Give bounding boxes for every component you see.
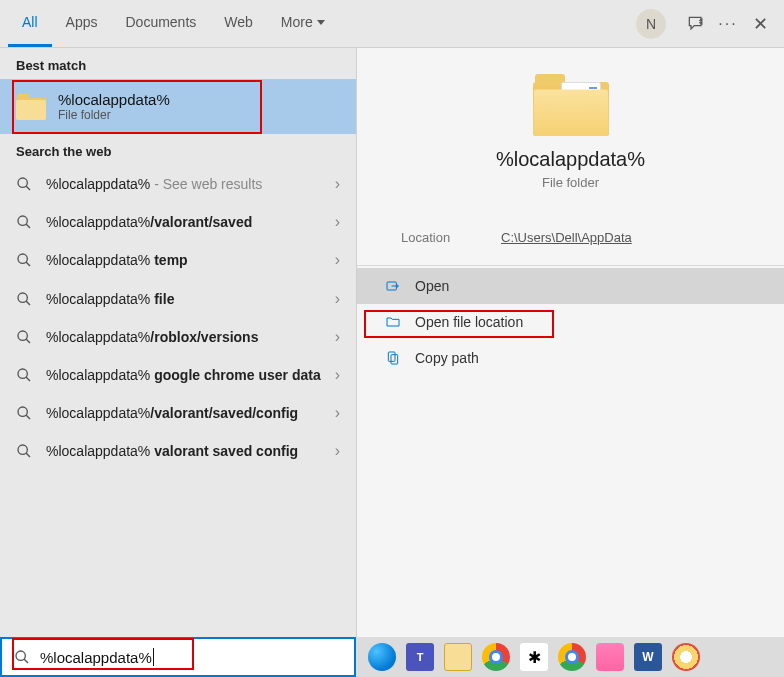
svg-point-10 [18,369,27,378]
svg-point-6 [18,293,27,302]
detail-panel: %localappdata% File folder Location C:\U… [356,48,784,637]
taskbar-chrome-icon[interactable] [482,643,510,671]
feedback-icon[interactable] [680,8,712,40]
svg-point-0 [18,178,27,187]
taskbar: T ✱ W [356,637,784,677]
search-icon [16,291,32,307]
chevron-right-icon: › [335,290,340,308]
svg-rect-18 [391,355,398,364]
user-avatar[interactable]: N [636,9,666,39]
folder-icon-large [533,72,609,136]
search-query-text: %localappdata% [40,649,152,666]
web-result[interactable]: %localappdata%/valorant/saved › [0,203,356,241]
web-result[interactable]: %localappdata%/valorant/saved/config › [0,394,356,432]
web-result[interactable]: %localappdata% valorant saved config › [0,432,356,470]
location-value[interactable]: C:\Users\Dell\AppData [501,230,632,245]
search-icon [16,252,32,268]
tab-web[interactable]: Web [210,0,267,47]
web-result[interactable]: %localappdata% - See web results › [0,165,356,203]
tab-apps[interactable]: Apps [52,0,112,47]
search-input[interactable]: %localappdata% [0,637,356,677]
best-match-item[interactable]: %localappdata% File folder [0,79,356,134]
chevron-right-icon: › [335,328,340,346]
taskbar-explorer-icon[interactable] [444,643,472,671]
chevron-right-icon: › [335,404,340,422]
svg-point-8 [18,331,27,340]
detail-title: %localappdata% [377,148,764,171]
chevron-right-icon: › [335,175,340,193]
taskbar-edge-icon[interactable] [368,643,396,671]
section-search-web: Search the web [0,134,356,165]
chevron-right-icon: › [335,442,340,460]
search-tabs: All Apps Documents Web More N ··· ✕ [0,0,784,48]
best-match-subtitle: File folder [58,108,170,122]
action-copy-path[interactable]: Copy path [357,340,784,376]
svg-line-1 [26,186,30,190]
search-icon [16,443,32,459]
svg-line-3 [26,224,30,228]
svg-line-11 [26,377,30,381]
tab-documents[interactable]: Documents [111,0,210,47]
svg-line-5 [26,262,30,266]
chevron-right-icon: › [335,213,340,231]
chevron-right-icon: › [335,251,340,269]
taskbar-slack-icon[interactable]: ✱ [520,643,548,671]
taskbar-teams-icon[interactable]: T [406,643,434,671]
svg-rect-17 [388,352,395,361]
taskbar-word-icon[interactable]: W [634,643,662,671]
action-open[interactable]: Open [357,268,784,304]
svg-line-20 [24,659,28,663]
svg-point-12 [18,407,27,416]
svg-point-19 [16,651,25,660]
svg-line-15 [26,453,30,457]
close-button[interactable]: ✕ [744,8,776,40]
search-icon [16,176,32,192]
search-icon [16,214,32,230]
taskbar-snip-icon[interactable] [596,643,624,671]
tab-all[interactable]: All [8,0,52,47]
web-result[interactable]: %localappdata% google chrome user data › [0,356,356,394]
action-open-file-location[interactable]: Open file location [357,304,784,340]
detail-subtitle: File folder [377,175,764,190]
svg-line-9 [26,339,30,343]
svg-point-14 [18,445,27,454]
tab-more[interactable]: More [267,0,339,47]
location-label: Location [401,230,461,245]
chevron-right-icon: › [335,366,340,384]
web-result[interactable]: %localappdata%/roblox/versions › [0,318,356,356]
taskbar-chrome-canary-icon[interactable] [558,643,586,671]
copy-icon [385,350,401,366]
search-icon [16,405,32,421]
web-result[interactable]: %localappdata% temp › [0,241,356,279]
taskbar-paint-icon[interactable] [672,643,700,671]
web-result[interactable]: %localappdata% file › [0,280,356,318]
svg-point-4 [18,254,27,263]
taskbar-area: %localappdata% T ✱ W [0,637,784,677]
more-options-icon[interactable]: ··· [712,8,744,40]
svg-line-13 [26,415,30,419]
search-icon [16,367,32,383]
results-list: Best match %localappdata% File folder Se… [0,48,356,637]
open-icon [385,278,401,294]
svg-point-2 [18,216,27,225]
svg-line-7 [26,301,30,305]
chevron-down-icon [317,20,325,25]
folder-icon [16,94,46,120]
folder-location-icon [385,314,401,330]
search-icon [16,329,32,345]
best-match-title: %localappdata% [58,91,170,108]
section-best-match: Best match [0,48,356,79]
